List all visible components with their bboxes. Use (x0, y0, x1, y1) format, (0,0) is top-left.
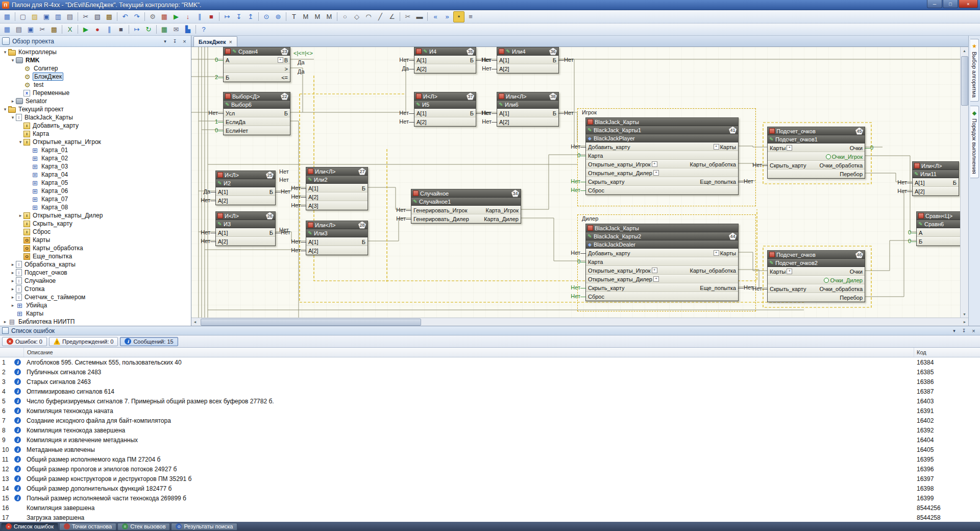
tree-item[interactable]: Карты_обработка (0, 244, 191, 252)
collapse-arrow-icon[interactable]: ▾ (2, 107, 8, 112)
message-row[interactable]: 10Метаданные извлечены16405 (0, 445, 980, 454)
collapse-arrow-icon[interactable]: ▾ (2, 50, 8, 55)
list-icon[interactable]: ≡ (465, 11, 476, 22)
message-row[interactable]: 2Публичных сигналов 248316385 (0, 367, 980, 377)
message-row[interactable]: 12Общий размер прологов и эпилогов поток… (0, 464, 980, 474)
tree-item[interactable]: ▾BlackJack_Карты (0, 113, 191, 122)
search-in-files-icon[interactable]: ⊚ (273, 11, 284, 22)
tree-item[interactable]: Карта_01 (0, 146, 191, 154)
scroll-up-icon[interactable]: ▲ (961, 47, 968, 54)
message-row[interactable]: 16Компиляция завершена8544256 (0, 503, 980, 513)
panel-close-icon[interactable] (180, 37, 189, 45)
macro-m1-icon[interactable]: М (300, 11, 311, 22)
tree-item[interactable]: Карта_04 (0, 171, 191, 179)
comments-icon[interactable]: » (442, 11, 453, 22)
block-or4[interactable]: Или436А[1]БНетНетА[2]Нет (497, 47, 559, 74)
column-description[interactable]: Описание (24, 348, 914, 357)
block-random1[interactable]: Случайное34Случайное1Генерировать_ИгрокК… (411, 189, 521, 224)
pause-2-icon[interactable]: ∥ (104, 24, 115, 35)
expand-plus-icon[interactable]: + (653, 276, 659, 282)
expand-plus-icon[interactable]: + (278, 57, 283, 63)
error-panel-menu-icon[interactable] (950, 327, 959, 335)
maximize-button[interactable]: □ (943, 0, 958, 8)
expand-arrow-icon[interactable]: ▸ (10, 286, 16, 292)
tree-item[interactable]: Еще_попытка (0, 252, 191, 260)
horizontal-scrollbar[interactable]: ◄ ► (191, 318, 968, 326)
expand-arrow-icon[interactable]: ▸ (10, 262, 16, 267)
side-tab-2[interactable]: Порядок выполнения (970, 106, 979, 178)
project-tree-toggle-icon[interactable]: ▦ (2, 11, 13, 22)
page-setup-icon[interactable]: ▤ (13, 24, 24, 35)
text-tool-icon[interactable]: Т (288, 11, 300, 22)
line-tool-icon[interactable]: ╱ (375, 11, 386, 22)
arc-tool-icon[interactable]: ◠ (363, 11, 374, 22)
block-or11[interactable]: Или<Л>Или11А[1]БНетА[2]Нет (912, 161, 959, 196)
tree-item[interactable]: Карта_05 (0, 179, 191, 187)
status-tab-breakpoints[interactable]: Точки останова (59, 523, 116, 530)
close-button[interactable]: × (959, 0, 978, 8)
scroll-right-icon[interactable]: ► (961, 319, 968, 326)
expand-plus-icon[interactable]: + (714, 250, 719, 256)
step-over-icon[interactable]: ↦ (222, 11, 233, 22)
stop-2-icon[interactable]: ■ (115, 24, 127, 35)
tree-item[interactable]: ▾Текущий проект (0, 105, 191, 113)
expand-arrow-icon[interactable]: ▸ (2, 319, 8, 324)
tree-item[interactable]: Добавить_карту (0, 122, 191, 130)
vertical-scrollbar[interactable]: ▲ ▼ (960, 47, 968, 318)
message-row[interactable]: 3Старых сигналов 246316386 (0, 377, 980, 387)
collapse-arrow-icon[interactable]: ▾ (17, 139, 23, 144)
paste-icon[interactable]: ▩ (104, 11, 115, 22)
expand-arrow-icon[interactable]: ▸ (10, 295, 16, 300)
tree-item[interactable]: ▾Открытые_карты_Игрок (0, 138, 191, 146)
copy-icon[interactable]: ▧ (92, 11, 103, 22)
cut-icon[interactable]: ✂ (80, 11, 91, 22)
block-or2[interactable]: Или<Л>27Или2А[1]БНетА[2]НетА[3]Нет (306, 167, 368, 210)
tree-item[interactable]: Карты (0, 236, 191, 244)
paste-2-icon[interactable]: ▩ (48, 24, 60, 35)
tree-item[interactable]: ▸Библиотека НИИТП (0, 318, 191, 326)
tree-item[interactable]: ▸Senator (0, 97, 191, 105)
expand-plus-icon[interactable]: + (653, 170, 659, 176)
tree-item[interactable]: Сброс (0, 228, 191, 236)
collapse-arrow-icon[interactable]: ▾ (10, 58, 16, 63)
expand-plus-icon[interactable]: + (652, 268, 657, 273)
tree-item[interactable]: Карта_03 (0, 162, 191, 171)
download-to-controller-icon[interactable]: ↓ (182, 11, 193, 22)
block-and2[interactable]: И<Л>25И2А[1]БДаНетА[2]Нет (215, 171, 276, 205)
tree-item[interactable]: ▾RMK (0, 56, 191, 64)
panel-pin-icon[interactable] (170, 37, 179, 45)
block-or6[interactable]: Или<Л>38Или6А[1]БНетНетА[2]Нет (497, 92, 559, 127)
tree-item[interactable]: ▾Контроллеры (0, 48, 191, 56)
tree-item[interactable]: Скрыть_карту (0, 220, 191, 228)
message-row[interactable]: 6Компиляция технокода начата16391 (0, 406, 980, 416)
expand-arrow-icon[interactable]: ▸ (10, 303, 16, 308)
status-tab-error-list[interactable]: Список ошибок (1, 523, 58, 530)
run-2-icon[interactable]: ▶ (80, 24, 91, 35)
block-select6[interactable]: Выбор<Д>22Выбор6УслБНетЕслиДа1ЕслиНет0 (223, 92, 290, 135)
restart-icon[interactable]: ↻ (143, 24, 154, 35)
tree-item[interactable]: Карты (0, 309, 191, 318)
block-compare6[interactable]: Сравн<Ц>Сравн6А0Б0 (916, 211, 960, 246)
macro-m3-icon[interactable]: М (324, 11, 335, 22)
cut-2-icon[interactable]: ✂ (37, 24, 48, 35)
panel-menu-icon[interactable] (161, 37, 169, 45)
side-tab-1[interactable]: Выбор алгоритма (970, 39, 979, 102)
export-excel-icon[interactable]: X (64, 24, 76, 35)
tree-item[interactable]: Карта (0, 130, 191, 138)
statistics-icon[interactable]: ▙ (182, 24, 193, 35)
expand-plus-icon[interactable]: + (652, 161, 657, 167)
tree-item[interactable]: Переменные (0, 89, 191, 97)
step-into-icon[interactable]: ↧ (233, 11, 244, 22)
message-row[interactable]: 4Оптимизировано сигналов 61416387 (0, 387, 980, 396)
save-diagram-icon[interactable]: ▣ (25, 24, 36, 35)
expand-arrow-icon[interactable]: ▸ (10, 99, 16, 104)
expand-arrow-icon[interactable]: ▸ (17, 213, 23, 218)
tree-item[interactable]: Карта_08 (0, 203, 191, 211)
compile-icon[interactable]: ⚙ (147, 11, 158, 22)
expand-arrow-icon[interactable]: ▸ (10, 278, 16, 283)
message-row[interactable]: 7Создание исходного файла для байт-компи… (0, 416, 980, 425)
block-and4[interactable]: И435А[1]БНетНетА[2]Да (414, 47, 476, 74)
error-panel-close-icon[interactable] (969, 327, 978, 335)
tree-item[interactable]: ▸Открытые_карты_Дилер (0, 211, 191, 220)
block-or3[interactable]: Или<Л>28Или3А[1]БНетА[2]Нет (306, 221, 368, 255)
